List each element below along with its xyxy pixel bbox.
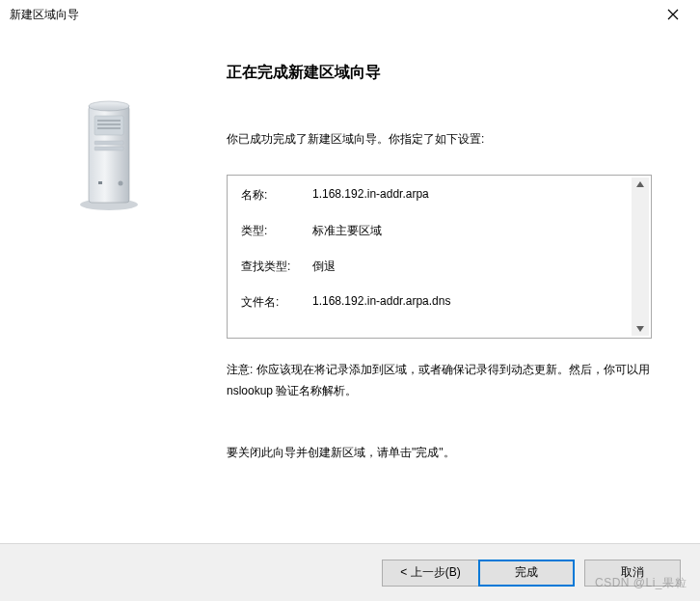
summary-label: 文件名: bbox=[241, 294, 312, 311]
summary-value: 1.168.192.in-addr.arpa.dns bbox=[312, 294, 637, 311]
svg-point-2 bbox=[89, 101, 129, 111]
summary-value: 标准主要区域 bbox=[312, 223, 637, 239]
svg-rect-5 bbox=[97, 123, 121, 125]
svg-rect-6 bbox=[97, 127, 121, 129]
nav-button-group: < 上一步(B) 完成 bbox=[382, 560, 575, 587]
cancel-button[interactable]: 取消 bbox=[584, 560, 681, 587]
summary-label: 类型: bbox=[241, 223, 312, 239]
button-bar: < 上一步(B) 完成 取消 bbox=[0, 543, 700, 601]
content-area: 正在完成新建区域向导 你已成功完成了新建区域向导。你指定了如下设置: 名称: 1… bbox=[0, 29, 700, 540]
summary-label: 查找类型: bbox=[241, 259, 312, 275]
wizard-sidebar-graphic bbox=[0, 29, 217, 540]
server-icon bbox=[75, 96, 143, 212]
summary-label: 名称: bbox=[241, 187, 312, 204]
svg-rect-9 bbox=[98, 181, 102, 184]
summary-row-name: 名称: 1.168.192.in-addr.arpa bbox=[241, 187, 637, 204]
summary-row-lookup: 查找类型: 倒退 bbox=[241, 259, 637, 275]
wizard-heading: 正在完成新建区域向导 bbox=[227, 63, 652, 83]
svg-point-10 bbox=[118, 181, 122, 186]
summary-box: 名称: 1.168.192.in-addr.arpa 类型: 标准主要区域 查找… bbox=[227, 175, 652, 339]
close-instruction: 要关闭此向导并创建新区域，请单击"完成"。 bbox=[227, 445, 652, 461]
finish-button[interactable]: 完成 bbox=[478, 560, 575, 587]
svg-rect-4 bbox=[97, 120, 121, 122]
summary-value: 1.168.192.in-addr.arpa bbox=[312, 187, 637, 204]
note-text: 注意: 你应该现在将记录添加到区域，或者确保记录得到动态更新。然后，你可以用 n… bbox=[227, 360, 652, 401]
scroll-up-icon[interactable] bbox=[636, 181, 644, 187]
main-panel: 正在完成新建区域向导 你已成功完成了新建区域向导。你指定了如下设置: 名称: 1… bbox=[217, 29, 700, 540]
back-button[interactable]: < 上一步(B) bbox=[382, 560, 478, 587]
summary-value: 倒退 bbox=[312, 259, 637, 275]
titlebar: 新建区域向导 bbox=[0, 0, 700, 29]
summary-row-filename: 文件名: 1.168.192.in-addr.arpa.dns bbox=[241, 294, 637, 311]
scroll-down-icon[interactable] bbox=[636, 326, 644, 332]
svg-rect-7 bbox=[94, 141, 123, 145]
svg-rect-8 bbox=[94, 147, 123, 150]
intro-text: 你已成功完成了新建区域向导。你指定了如下设置: bbox=[227, 131, 652, 148]
close-button[interactable] bbox=[654, 1, 692, 28]
close-icon bbox=[667, 9, 679, 20]
summary-row-type: 类型: 标准主要区域 bbox=[241, 223, 637, 239]
window-title: 新建区域向导 bbox=[10, 7, 79, 23]
